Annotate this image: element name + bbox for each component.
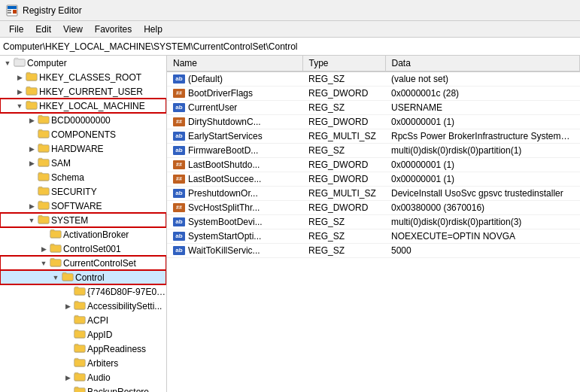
svg-rect-20 — [62, 274, 73, 281]
menu-help[interactable]: Help — [138, 23, 169, 36]
reg-data-8: DeviceInstall UsoSvc gpsvc trustedinstal… — [385, 187, 580, 201]
expander-hardware[interactable]: ▶ — [26, 143, 38, 155]
folder-icon-schema — [38, 171, 51, 184]
svg-rect-25 — [74, 345, 85, 352]
tree-label-audio: Audio — [87, 372, 111, 383]
title-bar: Registry Editor — [0, 0, 580, 21]
expander-bcd00000000[interactable]: ▶ — [26, 114, 38, 126]
tree-label-bcd00000000: BCD00000000 — [51, 115, 111, 126]
table-row[interactable]: ##LastBootShutdo...REG_DWORD0x00000001 (… — [167, 158, 580, 172]
table-row[interactable]: abWaitToKillServic...REG_SZ5000 — [167, 244, 580, 258]
reg-name-text-3: DirtyShutdownC... — [188, 117, 261, 127]
table-row[interactable]: ##DirtyShutdownC...REG_DWORD0x00000001 (… — [167, 115, 580, 129]
tree-node-backup-restore[interactable]: BackupRestore — [0, 384, 166, 392]
tree-label-app-readiness: AppReadiness — [87, 344, 146, 354]
tree-node-controlset001[interactable]: ▶ ControlSet001 — [0, 242, 166, 256]
expander-backup-restore[interactable] — [62, 386, 74, 393]
folder-icon-appid — [74, 328, 87, 341]
expander-accessibility-settings[interactable]: ▶ — [62, 300, 74, 312]
reg-data-11: NOEXECUTE=OPTIN NOVGA — [385, 229, 580, 244]
expander-controlset001[interactable]: ▶ — [38, 243, 50, 255]
folder-icon-hkey-local-machine — [26, 99, 39, 112]
svg-rect-15 — [38, 202, 49, 209]
table-row[interactable]: abEarlyStartServicesREG_MULTI_SZRpcSs Po… — [167, 129, 580, 144]
expander-hkey-classes-root[interactable]: ▶ — [14, 71, 26, 84]
folder-icon-acpi — [74, 314, 87, 327]
tree-node-hkey-current-user[interactable]: ▶ HKEY_CURRENT_USER — [0, 84, 166, 99]
menu-view[interactable]: View — [57, 23, 89, 36]
reg-type-11: REG_SZ — [302, 229, 385, 244]
tree-label-activation-broker: ActivationBroker — [63, 229, 129, 240]
folder-icon-hkey-classes-root — [26, 71, 39, 84]
tree-node-system[interactable]: ▼ SYSTEM — [0, 213, 166, 227]
expander-hkey-local-machine[interactable]: ▼ — [14, 100, 26, 112]
tree-node-acpi[interactable]: ACPI — [0, 313, 166, 327]
dword-icon: ## — [173, 175, 185, 184]
tree-node-app-readiness[interactable]: AppReadiness — [0, 342, 166, 356]
expander-sam[interactable]: ▶ — [26, 157, 38, 169]
tree-node-currentcontrolset[interactable]: ▼ CurrentControlSet — [0, 256, 166, 270]
tree-node-7746d80f[interactable]: {7746D80F-97E0-... — [0, 284, 166, 299]
expander-7746d80f[interactable] — [62, 286, 74, 298]
tree-node-hkey-classes-root[interactable]: ▶ HKEY_CLASSES_ROOT — [0, 70, 166, 84]
table-row[interactable]: abFirmwareBootD...REG_SZmulti(0)disk(0)r… — [167, 144, 580, 158]
menu-edit[interactable]: Edit — [29, 23, 57, 36]
expander-app-readiness[interactable] — [62, 343, 74, 355]
expander-control[interactable]: ▼ — [50, 272, 62, 284]
table-row[interactable]: abPreshutdownOr...REG_MULTI_SZDeviceInst… — [167, 187, 580, 201]
expander-software[interactable]: ▶ — [26, 200, 38, 212]
svg-rect-9 — [38, 117, 49, 123]
folder-icon-hkey-current-user — [26, 85, 39, 98]
expander-schema[interactable] — [26, 172, 38, 184]
tree-node-hkey-local-machine[interactable]: ▼ HKEY_LOCAL_MACHINE — [0, 99, 166, 113]
reg-name-6: ##LastBootShutdo... — [167, 158, 302, 172]
tree-node-hardware[interactable]: ▶ HARDWARE — [0, 141, 166, 156]
reg-data-3: 0x00000001 (1) — [385, 115, 580, 129]
menu-file[interactable]: File — [3, 23, 29, 36]
table-row[interactable]: ##LastBootSuccee...REG_DWORD0x00000001 (… — [167, 172, 580, 187]
menu-favorites[interactable]: Favorites — [89, 23, 138, 36]
tree-node-computer[interactable]: ▼ Computer — [0, 56, 166, 70]
svg-rect-28 — [74, 388, 85, 392]
reg-name-text-9: SvcHostSplitThr... — [188, 202, 260, 213]
expander-security[interactable] — [26, 186, 38, 198]
folder-icon-control — [62, 271, 75, 284]
expander-audio[interactable]: ▶ — [62, 372, 74, 384]
main-content: ▼ Computer▶ HKEY_CLASSES_ROOT▶ HKEY_CURR… — [0, 56, 580, 392]
expander-computer[interactable]: ▼ — [2, 57, 14, 69]
expander-hkey-current-user[interactable]: ▶ — [14, 86, 26, 98]
expander-system[interactable]: ▼ — [26, 214, 38, 226]
expander-activation-broker[interactable] — [38, 229, 50, 241]
tree-label-software: SOFTWARE — [51, 201, 102, 211]
tree-panel[interactable]: ▼ Computer▶ HKEY_CLASSES_ROOT▶ HKEY_CURR… — [0, 56, 167, 392]
tree-node-activation-broker[interactable]: ActivationBroker — [0, 227, 166, 242]
table-row[interactable]: abCurrentUserREG_SZUSERNAME — [167, 101, 580, 115]
table-row[interactable]: ##BootDriverFlagsREG_DWORD0x0000001c (28… — [167, 87, 580, 101]
tree-node-appid[interactable]: AppID — [0, 327, 166, 342]
folder-icon-app-readiness — [74, 342, 87, 355]
tree-node-security[interactable]: SECURITY — [0, 184, 166, 199]
table-row[interactable]: ab(Default)REG_SZ(value not set) — [167, 71, 580, 87]
tree-node-sam[interactable]: ▶ SAM — [0, 156, 166, 170]
expander-acpi[interactable] — [62, 315, 74, 327]
expander-appid[interactable] — [62, 329, 74, 341]
tree-node-components[interactable]: COMPONENTS — [0, 127, 166, 141]
expander-components[interactable] — [26, 129, 38, 141]
tree-node-software[interactable]: ▶ SOFTWARE — [0, 199, 166, 213]
tree-node-schema[interactable]: Schema — [0, 170, 166, 184]
tree-node-accessibility-settings[interactable]: ▶ AccessibilitySetti... — [0, 299, 166, 313]
table-row[interactable]: ##SvcHostSplitThr...REG_DWORD0x00380000 … — [167, 201, 580, 215]
table-row[interactable]: abSystemBootDevi...REG_SZmulti(0)disk(0)… — [167, 215, 580, 229]
expander-currentcontrolset[interactable]: ▼ — [38, 257, 50, 269]
tree-node-audio[interactable]: ▶ Audio — [0, 370, 166, 384]
svg-rect-2 — [8, 10, 11, 11]
reg-data-2: USERNAME — [385, 101, 580, 115]
ab-icon: ab — [173, 232, 185, 241]
tree-node-bcd00000000[interactable]: ▶ BCD00000000 — [0, 113, 166, 127]
svg-rect-8 — [26, 102, 37, 109]
table-row[interactable]: abSystemStartOpti...REG_SZNOEXECUTE=OPTI… — [167, 229, 580, 244]
tree-label-schema: Schema — [51, 172, 84, 183]
expander-arbiters[interactable] — [62, 357, 74, 369]
tree-node-control[interactable]: ▼ Control — [0, 270, 166, 284]
tree-node-arbiters[interactable]: Arbiters — [0, 356, 166, 370]
